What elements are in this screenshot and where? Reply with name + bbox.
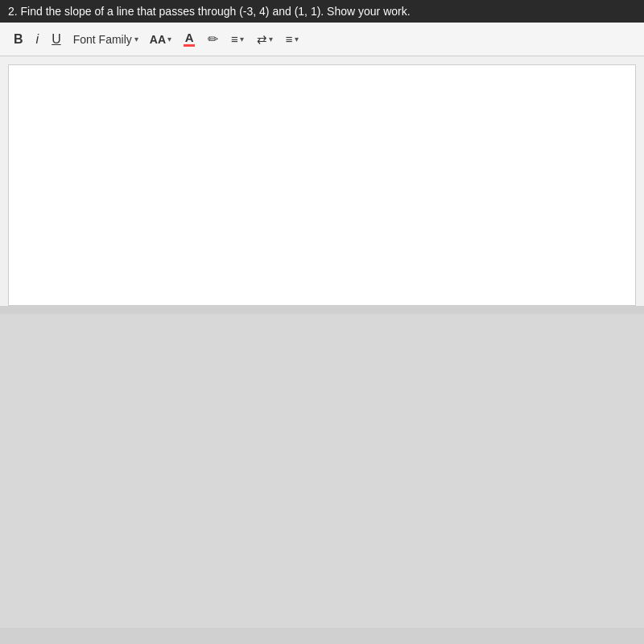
below-area	[0, 314, 644, 628]
toolbar: B i U Font Family ▾ AA ▾ A ✏	[0, 23, 644, 56]
unordered-list-arrow-icon: ▾	[295, 35, 299, 43]
font-family-label: Font Family	[73, 33, 132, 46]
underline-button[interactable]: U	[47, 30, 65, 49]
font-family-dropdown[interactable]: Font Family ▾	[70, 31, 142, 48]
unordered-list-button[interactable]: ≡ ▾	[282, 30, 303, 48]
font-color-button[interactable]: A	[180, 29, 199, 49]
align-arrow-icon: ▾	[240, 35, 244, 43]
draw-button[interactable]: ✏	[204, 29, 222, 49]
unordered-list-icon: ≡	[286, 32, 293, 46]
font-family-arrow-icon: ▾	[134, 35, 138, 43]
question-bar: 2. Find the slope of a line that passes …	[0, 0, 644, 23]
font-color-label: A	[185, 31, 194, 43]
font-color-icon: A	[184, 31, 195, 47]
font-size-dropdown[interactable]: AA ▾	[147, 31, 175, 48]
editor-container: B i U Font Family ▾ AA ▾ A ✏	[0, 23, 644, 306]
bold-button[interactable]: B	[10, 30, 27, 49]
editor-area[interactable]	[8, 64, 636, 306]
ordered-list-arrow-icon: ▾	[269, 35, 273, 43]
ordered-list-button[interactable]: ⇄ ▾	[253, 30, 277, 49]
font-size-arrow-icon: ▾	[167, 35, 171, 43]
question-text: 2. Find the slope of a line that passes …	[8, 5, 411, 18]
align-icon: ≡	[231, 32, 238, 46]
align-button[interactable]: ≡ ▾	[227, 30, 248, 48]
font-size-label: AA	[150, 33, 166, 46]
font-color-bar	[184, 44, 195, 47]
pencil-icon: ✏	[208, 31, 218, 47]
ordered-list-icon: ⇄	[257, 32, 267, 47]
italic-button[interactable]: i	[32, 30, 43, 49]
